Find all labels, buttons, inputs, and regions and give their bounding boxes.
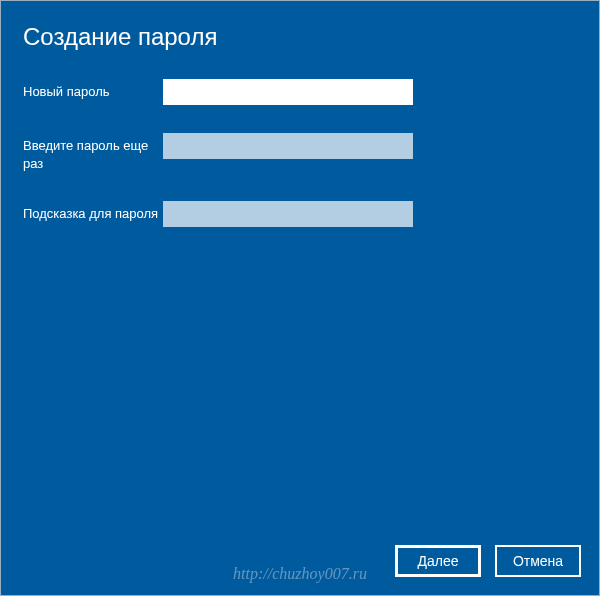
next-button[interactable]: Далее [395,545,481,577]
watermark-text: http://chuzhoy007.ru [233,565,367,583]
panel-inner: Создание пароля Новый пароль Введите пар… [1,1,599,227]
row-confirm-password: Введите пароль еще раз [23,133,577,173]
cancel-button[interactable]: Отмена [495,545,581,577]
confirm-password-input[interactable] [163,133,413,159]
row-password-hint: Подсказка для пароля [23,201,577,227]
password-hint-input[interactable] [163,201,413,227]
create-password-panel: Создание пароля Новый пароль Введите пар… [0,0,600,596]
page-title: Создание пароля [23,23,577,51]
row-new-password: Новый пароль [23,79,577,105]
label-confirm-password: Введите пароль еще раз [23,133,163,173]
button-bar: Далее Отмена [395,545,581,577]
new-password-input[interactable] [163,79,413,105]
label-password-hint: Подсказка для пароля [23,201,163,223]
label-new-password: Новый пароль [23,79,163,101]
